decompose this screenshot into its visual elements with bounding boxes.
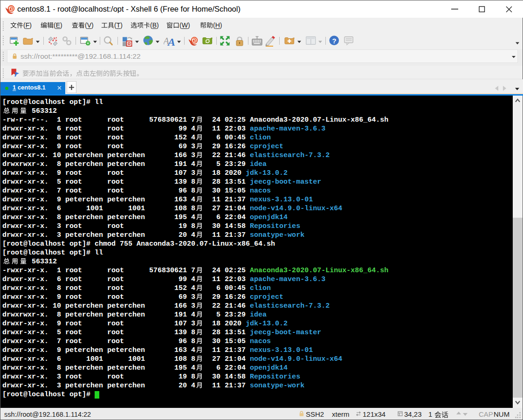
svg-text:A: A (167, 36, 175, 47)
svg-text:?: ? (332, 37, 337, 45)
